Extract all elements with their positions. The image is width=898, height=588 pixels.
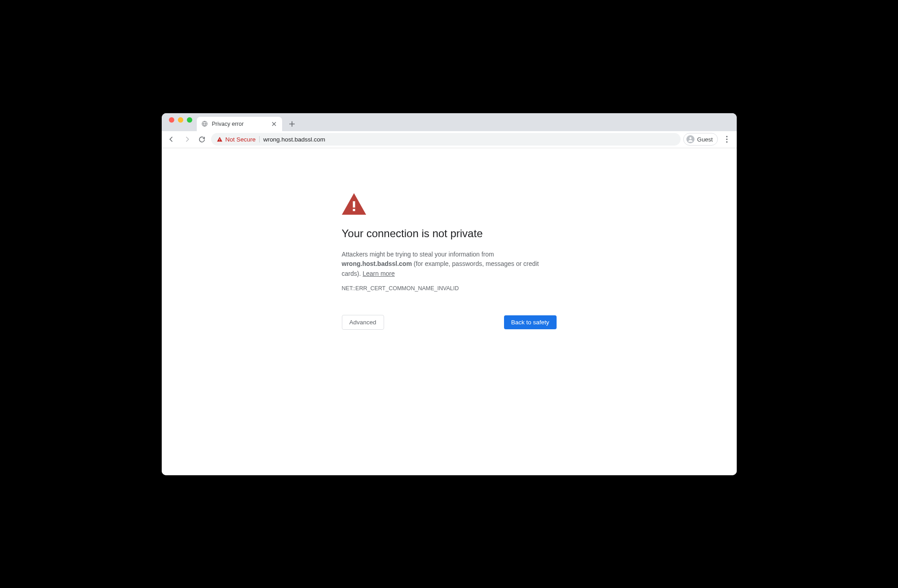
tab-strip: Privacy error [162,113,737,131]
ssl-interstitial: Your connection is not private Attackers… [342,193,557,330]
browser-window: Privacy error [162,113,737,475]
chrome-menu-button[interactable] [721,133,733,146]
profile-label: Guest [697,136,713,143]
arrow-right-icon [183,135,191,143]
back-to-safety-button[interactable]: Back to safety [504,315,557,329]
page-content: Your connection is not private Attackers… [162,148,737,475]
warning-triangle-icon [217,136,223,142]
toolbar: Not Secure wrong.host.badssl.com Guest [162,131,737,148]
profile-button[interactable]: Guest [683,133,718,146]
svg-point-5 [726,138,727,140]
forward-button[interactable] [181,133,193,146]
globe-icon [201,120,208,128]
svg-point-3 [689,137,691,139]
window-controls [166,117,197,127]
new-tab-button[interactable] [286,118,298,130]
tab-title: Privacy error [212,121,267,127]
svg-rect-7 [353,201,355,208]
body-pre: Attackers might be trying to steal your … [342,251,494,258]
address-bar[interactable]: Not Secure wrong.host.badssl.com [211,133,681,146]
svg-point-6 [726,141,727,142]
interstitial-headline: Your connection is not private [342,227,557,240]
button-row: Advanced Back to safety [342,315,557,330]
error-code: NET::ERR_CERT_COMMON_NAME_INVALID [342,285,557,292]
avatar-icon [686,135,695,143]
advanced-button[interactable]: Advanced [342,315,384,330]
warning-triangle-icon [342,193,557,215]
url-text: wrong.host.badssl.com [263,136,325,143]
reload-icon [198,136,206,143]
plus-icon [289,121,295,127]
reload-button[interactable] [196,133,208,146]
arrow-left-icon [168,135,176,143]
security-chip[interactable]: Not Secure [217,136,256,143]
close-icon [272,122,276,126]
window-close-button[interactable] [169,117,174,123]
learn-more-link[interactable]: Learn more [363,270,395,277]
interstitial-body: Attackers might be trying to steal your … [342,250,557,279]
body-host: wrong.host.badssl.com [342,260,412,267]
window-zoom-button[interactable] [187,117,192,123]
window-minimize-button[interactable] [178,117,183,123]
svg-rect-1 [219,139,220,140]
tab-close-button[interactable] [270,120,278,128]
kebab-menu-icon [726,136,728,143]
svg-rect-2 [219,141,220,141]
browser-tab[interactable]: Privacy error [197,117,282,131]
back-button[interactable] [165,133,178,146]
svg-rect-8 [353,209,355,211]
divider [259,136,260,142]
svg-point-4 [726,136,727,137]
security-label: Not Secure [226,136,256,143]
